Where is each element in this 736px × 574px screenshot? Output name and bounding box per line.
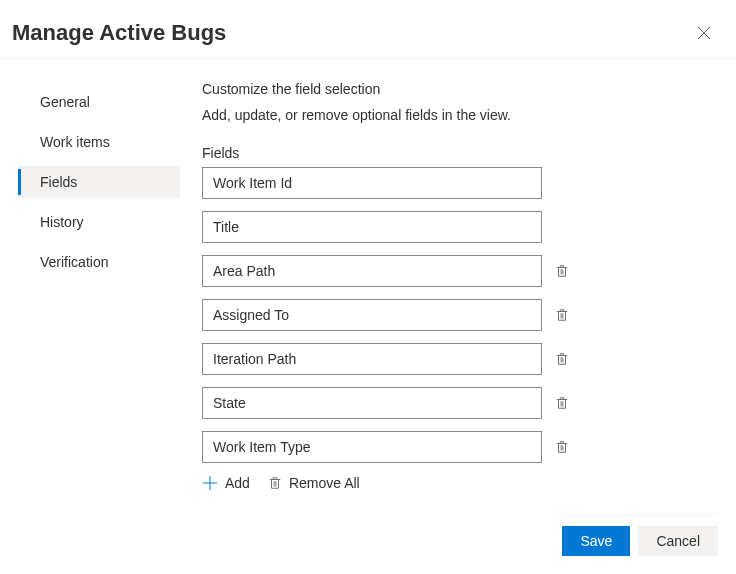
- sidebar-item-work-items[interactable]: Work items: [18, 126, 180, 158]
- field-row: Iteration Path: [202, 343, 716, 375]
- add-field-label: Add: [225, 475, 250, 491]
- field-input[interactable]: Work Item Id: [202, 167, 542, 199]
- field-row: Work Item Id: [202, 167, 716, 199]
- sidebar-item-fields[interactable]: Fields: [18, 166, 180, 198]
- dialog-title: Manage Active Bugs: [12, 20, 226, 46]
- sidebar-item-label: Verification: [40, 254, 108, 270]
- field-input[interactable]: Title: [202, 211, 542, 243]
- sidebar-item-label: Work items: [40, 134, 110, 150]
- sidebar-item-history[interactable]: History: [18, 206, 180, 238]
- trash-icon: [555, 440, 569, 454]
- cancel-button[interactable]: Cancel: [638, 526, 718, 556]
- close-icon: [696, 25, 712, 41]
- field-input[interactable]: Assigned To: [202, 299, 542, 331]
- field-row: Area Path: [202, 255, 716, 287]
- sidebar-item-label: History: [40, 214, 84, 230]
- sidebar-item-label: General: [40, 94, 90, 110]
- field-input[interactable]: Area Path: [202, 255, 542, 287]
- trash-icon: [555, 308, 569, 322]
- trash-icon: [268, 476, 282, 490]
- field-input[interactable]: Iteration Path: [202, 343, 542, 375]
- field-row: State: [202, 387, 716, 419]
- trash-icon: [555, 264, 569, 278]
- field-row: Assigned To: [202, 299, 716, 331]
- delete-field-button[interactable]: [554, 395, 570, 411]
- sidebar-item-general[interactable]: General: [18, 86, 180, 118]
- dialog-footer: Save Cancel: [562, 515, 718, 556]
- section-heading: Customize the field selection: [202, 81, 716, 97]
- section-subheading: Add, update, or remove optional fields i…: [202, 107, 716, 123]
- delete-field-button[interactable]: [554, 307, 570, 323]
- main-panel: Customize the field selection Add, updat…: [180, 71, 736, 491]
- field-row: Title: [202, 211, 716, 243]
- trash-icon: [555, 352, 569, 366]
- plus-icon: [202, 475, 218, 491]
- field-row: Work Item Type: [202, 431, 716, 463]
- field-actions: Add Remove All: [202, 475, 716, 491]
- trash-icon: [555, 396, 569, 410]
- add-field-button[interactable]: Add: [202, 475, 250, 491]
- remove-all-label: Remove All: [289, 475, 360, 491]
- close-button[interactable]: [692, 21, 716, 45]
- delete-field-button[interactable]: [554, 439, 570, 455]
- dialog-header: Manage Active Bugs: [0, 0, 736, 59]
- delete-field-button[interactable]: [554, 351, 570, 367]
- fields-list: Work Item IdTitleArea PathAssigned ToIte…: [202, 167, 716, 463]
- sidebar-nav: GeneralWork itemsFieldsHistoryVerificati…: [0, 71, 180, 491]
- field-input[interactable]: State: [202, 387, 542, 419]
- dialog-body: GeneralWork itemsFieldsHistoryVerificati…: [0, 59, 736, 491]
- fields-label: Fields: [202, 145, 716, 161]
- delete-field-button[interactable]: [554, 263, 570, 279]
- remove-all-button[interactable]: Remove All: [268, 475, 360, 491]
- sidebar-item-verification[interactable]: Verification: [18, 246, 180, 278]
- save-button[interactable]: Save: [562, 526, 630, 556]
- sidebar-item-label: Fields: [40, 174, 77, 190]
- field-input[interactable]: Work Item Type: [202, 431, 542, 463]
